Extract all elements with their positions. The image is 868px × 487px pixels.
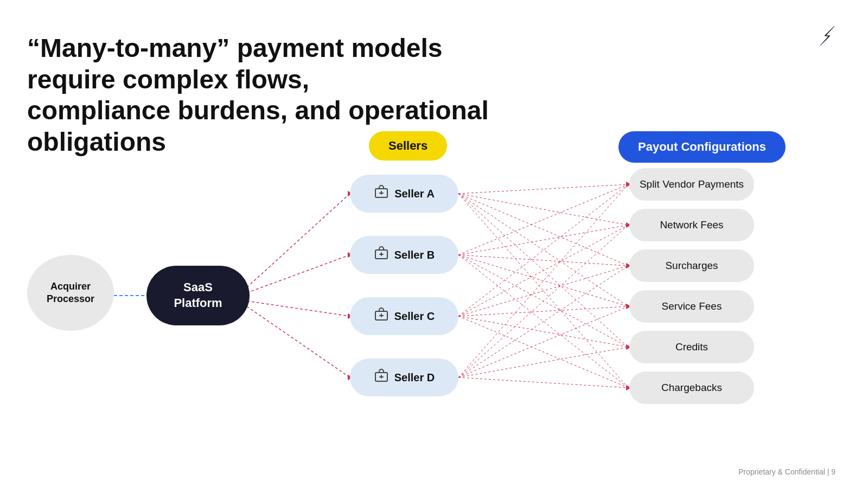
service-fees-pill: Service Fees [629, 290, 754, 323]
svg-line-29 [458, 225, 628, 316]
seller-b-icon [374, 246, 389, 264]
svg-line-26 [458, 255, 628, 347]
svg-line-25 [458, 255, 628, 306]
svg-line-13 [458, 194, 628, 306]
seller-a-icon [374, 184, 389, 203]
svg-line-33 [458, 316, 628, 388]
svg-line-4 [247, 255, 350, 293]
svg-line-39 [458, 377, 628, 388]
svg-line-15 [458, 194, 628, 388]
network-fees-pill: Network Fees [629, 209, 754, 241]
svg-line-34 [458, 184, 628, 377]
logo-icon [814, 22, 841, 54]
svg-line-36 [458, 266, 628, 377]
seller-c-box: Seller C [350, 297, 458, 335]
svg-line-6 [247, 301, 350, 316]
seller-b-box: Seller B [350, 236, 458, 274]
footer-text: Proprietary & Confidential | 9 [738, 467, 835, 476]
svg-line-11 [458, 194, 628, 225]
seller-c-icon [374, 307, 389, 325]
sellers-pill: Sellers [369, 131, 447, 161]
seller-d-icon [374, 368, 389, 387]
svg-line-35 [458, 225, 628, 377]
credits-pill: Credits [629, 331, 754, 363]
svg-line-37 [458, 306, 628, 377]
svg-line-31 [458, 306, 628, 316]
svg-line-27 [458, 255, 628, 388]
svg-line-22 [458, 184, 628, 255]
svg-line-28 [458, 184, 628, 316]
acquirer-circle: Acquirer Processor [27, 255, 114, 331]
split-vendor-pill: Split Vendor Payments [629, 168, 754, 201]
seller-d-box: Seller D [350, 358, 458, 396]
saas-platform: SaaS Platform [146, 266, 250, 325]
chargebacks-pill: Chargebacks [629, 371, 754, 404]
svg-line-32 [458, 316, 628, 347]
svg-line-2 [247, 194, 350, 287]
svg-line-10 [458, 184, 628, 194]
svg-line-30 [458, 266, 628, 316]
svg-line-23 [458, 225, 628, 255]
svg-line-8 [247, 306, 350, 377]
seller-a-box: Seller A [350, 175, 458, 213]
surcharges-pill: Surcharges [629, 249, 754, 282]
payout-config-pill: Payout Configurations [618, 131, 786, 163]
svg-line-24 [458, 255, 628, 266]
svg-line-12 [458, 194, 628, 266]
svg-line-38 [458, 347, 628, 377]
svg-line-14 [458, 194, 628, 347]
